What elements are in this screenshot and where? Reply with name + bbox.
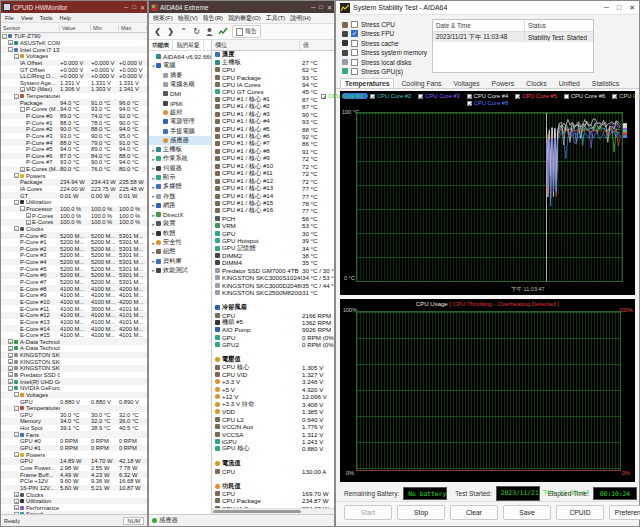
tab-powers[interactable]: Powers [487,78,520,88]
table-row[interactable]: IA Cores224.00 W223.75 W225.48 W [1,186,147,193]
table-row[interactable]: Hot Spot39.1 °C38.9 °C40.5 °C [1,425,147,432]
stress-option[interactable]: ✓Stress FPU [342,29,430,38]
checkbox-unchecked[interactable] [351,21,358,28]
section-header-row[interactable]: 電流值 [212,460,334,467]
start-button[interactable]: Start [344,505,392,520]
sidebar-item-顯示[interactable]: ▸顯示 [149,173,211,182]
log-column-status[interactable]: Status [525,22,546,29]
sensor-row[interactable]: CPU62 °C [212,66,334,73]
sensor-row[interactable]: GPU 核心0.880 V [212,445,334,452]
table-row[interactable]: GPU14.89 W14.70 W42.18 W [1,458,147,465]
sensor-row[interactable]: GPU 記憶體34 °C [212,244,334,251]
sidebar-item-超頻[interactable]: 超頻 [149,108,211,117]
section-header-row[interactable]: 功耗值 [212,482,334,489]
checkbox-unchecked[interactable] [351,68,358,75]
expand-icon[interactable]: + [8,359,13,364]
checkbox-checked[interactable]: ✓ [351,30,358,37]
collapse-icon[interactable]: − [20,107,25,112]
expand-icon[interactable]: + [8,353,13,358]
menu-item-help[interactable]: Help [60,15,71,21]
stress-option[interactable]: Stress cache [342,39,430,48]
refresh-icon[interactable]: ↻ [192,27,201,36]
expand-icon[interactable]: + [8,379,13,384]
sensor-row[interactable]: CPU VID1.327 V [212,371,334,378]
table-row[interactable]: −Voltages [1,392,147,399]
table-row[interactable]: E-Core #84100 M...4100 M...4200 M... [1,285,147,292]
column-value[interactable]: Value [60,25,91,31]
collapse-icon[interactable]: − [14,173,19,178]
table-row[interactable]: +Performance [1,504,147,511]
scrollbar-thumb[interactable] [213,510,301,513]
table-row[interactable]: −Temperatures [1,93,147,100]
checkbox-unchecked[interactable] [351,59,358,66]
menu-item[interactable]: 檢視(V) [178,14,198,23]
sidebar-item-組態[interactable]: ▸組態 [149,247,211,256]
user-icon[interactable] [205,27,214,36]
table-row[interactable]: P-Core #15200 M...5200 M...5301 M... [1,239,147,246]
table-row[interactable]: P-Core #290.0 °C88.0 °C94.0 °C [1,126,147,133]
collapse-icon[interactable]: − [14,452,19,457]
sidebar-item-安全性[interactable]: ▸安全性 [149,238,211,247]
table-row[interactable]: PCIe +12V9.60 W9.36 W16.68 W [1,478,147,485]
expand-icon[interactable]: + [26,213,31,218]
table-row[interactable]: P-Core #393.0 °C90.0 °C95.0 °C [1,133,147,140]
table-row[interactable]: −Fans [1,431,147,438]
table-row[interactable]: +VID (Max)1.306 V1.303 V1.341 V [1,86,147,93]
stress-option[interactable]: Stress GPU(s) [342,67,430,76]
sidebar-item-多媒體[interactable]: ▸多媒體 [149,182,211,191]
preferences-button[interactable]: Preferences [609,505,640,520]
table-row[interactable]: E-Core #104100 M...4100 M...4200 M... [1,299,147,306]
maximize-icon[interactable]: □ [319,4,323,11]
table-row[interactable]: −Utilization [1,199,147,206]
menu-item-file[interactable]: File [5,15,14,21]
sidebar-item-伺服器[interactable]: ▸伺服器 [149,164,211,173]
checkbox-checked[interactable]: ✓ [467,101,472,106]
collapse-icon[interactable]: − [8,386,13,391]
sidebar-item-效能測試[interactable]: ▸效能測試 [149,266,211,275]
expand-icon[interactable]: + [26,220,31,225]
table-row[interactable]: +Predator SSD GM... [1,372,147,379]
sensor-row[interactable]: DIMM435 °C [212,259,334,266]
table-row[interactable]: −P-Cores (M...94.0 °C93.0 °C94.0 °C [1,106,147,113]
checkbox-checked[interactable]: ✓ [418,94,423,99]
column-sensor[interactable]: Sensor [1,25,60,31]
tab-voltages[interactable]: Voltages [449,78,485,88]
expand-icon[interactable]: + [20,87,25,92]
tab-favorites[interactable]: 我的最愛 [173,40,203,50]
sensor-row[interactable]: +3.3 V 待命3.408 V [212,401,334,408]
table-row[interactable]: E-Core #114100 M...3600 M...4101 M... [1,305,147,312]
chart-icon[interactable] [218,27,228,36]
maximize-icon[interactable]: □ [617,4,621,12]
legend-item[interactable]: ✓CPU Core #3 [418,93,459,99]
legend-item[interactable]: ✓CPU Core #8 [467,100,508,106]
table-row[interactable]: Frame Buff...4.49 W4.23 W6.32 W [1,471,147,478]
table-row[interactable]: +ASUSTeK COMPU... [1,40,147,47]
legend-item[interactable]: CPU Core #6 [564,93,605,99]
sensor-row[interactable]: CPU169.70 W [212,490,334,497]
table-row[interactable]: P-Core #45200 M...5200 M...5301 M... [1,259,147,266]
sensor-row[interactable]: CPU L20.640 V [212,415,334,422]
sensor-row[interactable]: VDD1.385 V [212,408,334,415]
table-row[interactable]: −Intel Core i7 1370... [1,46,147,53]
table-row[interactable]: GPU30.0 °C30.0 °C32.0 °C [1,412,147,419]
table-row[interactable]: P-Core #05200 M...5200 M...5301 M... [1,232,147,239]
table-row[interactable]: −Voltages [1,53,147,60]
sensor-row[interactable]: KINGSTON SKC3000S1024G34 °C / 53 °C [212,274,334,281]
legend-item[interactable]: ✓CPU Core #1 [321,93,362,99]
sidebar-item-電腦[interactable]: ▾電腦 [149,61,211,70]
sidebar-item-主機板[interactable]: ▸主機板 [149,145,211,154]
sensor-row[interactable]: CPU130.00 A [212,468,334,475]
table-row[interactable]: P-Core #25200 M...5200 M...5301 M... [1,246,147,253]
collapse-icon[interactable]: − [14,54,19,59]
sidebar-item-作業系統[interactable]: ▸作業系統 [149,154,211,163]
tab-temperatures[interactable]: Temperatures [340,78,394,88]
sensor-row[interactable]: VCCSA1.312 V [212,430,334,437]
table-row[interactable]: P-Core #089.0 °C74.0 °C92.0 °C [1,113,147,120]
table-row[interactable]: GT0.01 W0.00 W0.01 W [1,192,147,199]
legend-item[interactable]: ✓CPU Core #2 [370,93,411,99]
maximize-icon[interactable]: □ [132,4,136,11]
table-row[interactable]: +KINGSTON SKC2... [1,365,147,372]
tab-statistics[interactable]: Statistics [587,78,624,88]
collapse-icon[interactable]: − [14,406,19,411]
stability-titlebar[interactable]: System Stability Test - AIDA64 ─ □ ✕ [336,1,639,15]
